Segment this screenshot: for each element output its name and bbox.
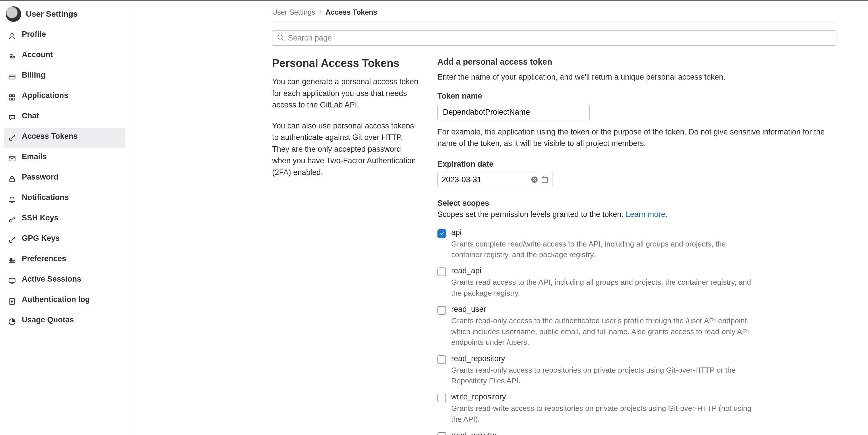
quota-icon: [8, 318, 16, 326]
key-icon: [8, 216, 16, 224]
scope-checkbox-read_user[interactable]: [437, 306, 446, 315]
key-icon: [8, 134, 16, 142]
sidebar-item-notifications[interactable]: Notifications: [4, 189, 125, 209]
sidebar-item-authentication-log[interactable]: Authentication log: [4, 291, 125, 312]
billing-icon: [8, 73, 16, 81]
sidebar-item-label: Profile: [22, 30, 46, 39]
sidebar-item-label: Applications: [22, 91, 68, 100]
scope-name: read_repository: [451, 354, 753, 363]
sidebar-item-access-tokens[interactable]: Access Tokens: [4, 128, 125, 148]
breadcrumb-root[interactable]: User Settings: [272, 8, 315, 17]
svg-point-12: [9, 219, 12, 222]
scope-checkbox-read_repository[interactable]: [437, 355, 446, 364]
scope-item-api: apiGrants complete read/write access to …: [437, 226, 836, 265]
svg-point-18: [12, 260, 14, 261]
svg-rect-8: [12, 98, 14, 100]
sidebar-item-account[interactable]: Account: [4, 46, 125, 67]
scope-description: Grants read-write access to repositories…: [451, 403, 753, 425]
scopes-intro: Scopes set the permission levels granted…: [437, 210, 836, 219]
sidebar-item-preferences[interactable]: Preferences: [4, 250, 125, 271]
description-column: Personal Access Tokens You can generate …: [272, 57, 422, 435]
sidebar-item-label: Authentication log: [22, 295, 90, 304]
scope-description: Grants read-only access to the authentic…: [451, 316, 753, 348]
sidebar-item-label: GPG Keys: [22, 234, 60, 243]
scope-name: read_api: [451, 266, 753, 275]
form-column: Add a personal access token Enter the na…: [437, 57, 836, 435]
expiration-date-label: Expiration date: [437, 160, 836, 169]
scope-checkbox-api[interactable]: [437, 229, 446, 238]
sidebar-item-password[interactable]: Password: [4, 169, 125, 189]
sidebar-item-label: Active Sessions: [22, 275, 81, 284]
sidebar-item-label: Notifications: [22, 193, 69, 202]
sidebar-header: User Settings: [4, 5, 125, 26]
sidebar-item-applications[interactable]: Applications: [4, 87, 125, 108]
svg-rect-7: [9, 98, 11, 100]
sidebar-item-chat[interactable]: Chat: [4, 108, 125, 128]
svg-rect-11: [10, 178, 14, 181]
scope-checkbox-write_repository[interactable]: [437, 394, 446, 402]
log-icon: [8, 297, 16, 306]
sidebar-item-label: Emails: [22, 152, 47, 161]
scope-checkbox-read_registry[interactable]: [437, 432, 446, 435]
main-content: User Settings Access Tokens Personal Acc…: [129, 1, 868, 435]
sidebar-item-usage-quotas[interactable]: Usage Quotas: [4, 312, 125, 332]
sidebar-item-billing[interactable]: Billing: [4, 67, 125, 87]
search-input[interactable]: [288, 34, 832, 42]
expiration-date-field[interactable]: [437, 172, 553, 187]
scope-description: Grants read-only access to repositories …: [451, 365, 753, 386]
breadcrumb-current: Access Tokens: [326, 8, 377, 17]
scope-name: write_repository: [451, 393, 753, 401]
svg-rect-5: [9, 94, 11, 96]
svg-rect-31: [542, 177, 548, 182]
scope-item-read_user: read_userGrants read-only access to the …: [437, 303, 836, 352]
search-box[interactable]: [272, 30, 836, 46]
scope-description: Grants complete read/write access to the…: [451, 239, 753, 260]
sidebar-item-label: Chat: [22, 112, 39, 120]
sidebar-item-profile[interactable]: Profile: [4, 26, 125, 46]
chat-icon: [8, 114, 16, 122]
svg-point-28: [278, 35, 282, 39]
applications-icon: [8, 93, 16, 102]
mail-icon: [8, 154, 16, 163]
sidebar-item-label: Password: [22, 173, 59, 181]
svg-rect-6: [12, 94, 14, 96]
svg-line-29: [282, 38, 284, 40]
account-icon: [8, 53, 16, 61]
sidebar-item-emails[interactable]: Emails: [4, 148, 125, 169]
sidebar-item-label: Usage Quotas: [22, 316, 74, 324]
scope-item-read_registry: read_registryGrants read-only access to …: [437, 429, 836, 435]
sidebar-item-label: SSH Keys: [22, 213, 59, 222]
token-name-help: For example, the application using the t…: [437, 126, 836, 149]
scope-name: api: [451, 228, 753, 237]
search-icon: [277, 34, 284, 42]
description-paragraph-2: You can also use personal access tokens …: [272, 120, 422, 178]
chevron-right-icon: [318, 8, 322, 17]
sidebar-item-ssh-keys[interactable]: SSH Keys: [4, 209, 125, 230]
scopes-heading: Select scopes: [437, 199, 836, 208]
token-name-input[interactable]: [437, 104, 590, 120]
sidebar-item-label: Preferences: [22, 254, 66, 263]
svg-point-9: [9, 138, 12, 140]
sidebar: User Settings ProfileAccountBillingAppli…: [0, 1, 129, 435]
sidebar-item-active-sessions[interactable]: Active Sessions: [4, 271, 125, 291]
avatar[interactable]: [6, 6, 21, 22]
token-name-label: Token name: [437, 92, 836, 100]
key-icon: [8, 236, 16, 244]
svg-point-13: [9, 240, 12, 242]
sidebar-item-label: Account: [22, 50, 53, 59]
description-paragraph-1: You can generate a personal access token…: [272, 76, 422, 111]
scope-item-read_repository: read_repositoryGrants read-only access t…: [437, 352, 836, 391]
learn-more-link[interactable]: Learn more.: [626, 210, 668, 219]
sidebar-title: User Settings: [26, 9, 78, 19]
svg-rect-20: [9, 278, 15, 282]
clear-date-button[interactable]: [531, 176, 538, 183]
sidebar-item-gpg-keys[interactable]: GPG Keys: [4, 230, 125, 250]
preferences-icon: [8, 257, 16, 265]
scope-item-write_repository: write_repositoryGrants read-write access…: [437, 391, 836, 429]
expiration-date-input[interactable]: [442, 175, 528, 184]
svg-point-17: [10, 258, 12, 259]
scope-name: read_registry: [451, 431, 691, 435]
svg-rect-3: [9, 75, 15, 79]
calendar-icon[interactable]: [541, 176, 549, 183]
scope-checkbox-read_api[interactable]: [437, 267, 446, 276]
